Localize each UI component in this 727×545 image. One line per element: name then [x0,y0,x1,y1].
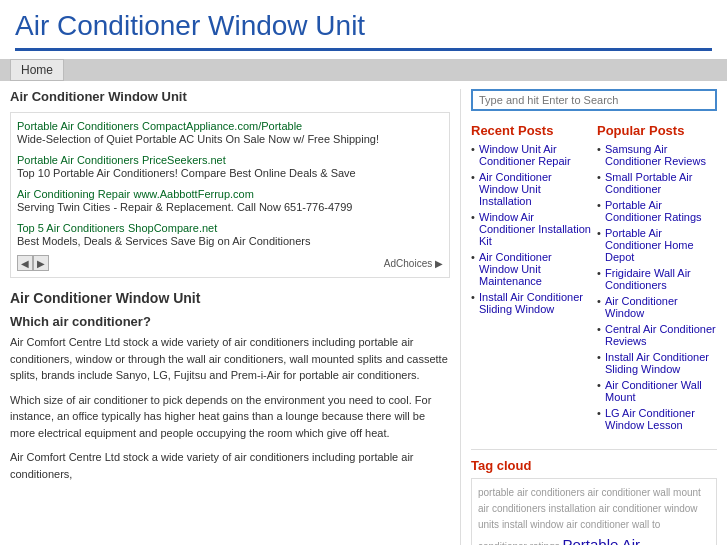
ad-desc-3: Serving Twin Cities - Repair & Replaceme… [17,201,443,213]
ad-box: Portable Air Conditioners CompactApplian… [10,112,450,278]
ad-source-3: www.AabbottFerrup.com [133,188,253,200]
recent-post-5[interactable]: Install Air Conditioner Sliding Window [471,291,591,315]
popular-post-3[interactable]: Portable Air Conditioner Ratings [597,199,717,223]
left-column: Air Conditioner Window Unit Portable Air… [0,89,460,545]
right-posts-cols: Recent Posts Window Unit Air Conditioner… [471,123,717,441]
left-subtitle: Air Conditioner Window Unit [10,89,450,104]
ad-source-2: PriceSeekers.net [142,154,226,166]
search-input[interactable] [471,89,717,111]
page-header: Air Conditioner Window Unit [0,0,727,59]
recent-post-2[interactable]: Air Conditioner Window Unit Installation [471,171,591,207]
ad-next-button[interactable]: ▶ [33,255,49,271]
section1-title: Air Conditioner Window Unit [10,290,450,306]
recent-posts-col: Recent Posts Window Unit Air Conditioner… [471,123,591,441]
ad-choices-label: AdChoices ▶ [384,258,443,269]
ad-item-1: Portable Air Conditioners CompactApplian… [17,119,443,145]
popular-post-6[interactable]: Air Conditioner Window [597,295,717,319]
nav-home[interactable]: Home [10,59,64,81]
popular-post-9[interactable]: Air Conditioner Wall Mount [597,379,717,403]
recent-post-3[interactable]: Window Air Conditioner Installation Kit [471,211,591,247]
ad-link-4[interactable]: Top 5 Air Conditioners ShopCompare.net [17,221,217,235]
divider-1 [471,449,717,450]
recent-posts-list: Window Unit Air Conditioner Repair Air C… [471,143,591,315]
section2-title: Which air conditioner? [10,314,450,329]
nav-bar: Home [0,59,727,81]
recent-post-4[interactable]: Air Conditioner Window Unit Maintenance [471,251,591,287]
popular-posts-title: Popular Posts [597,123,717,138]
ad-desc-2: Top 10 Portable Air Conditioners! Compar… [17,167,443,179]
right-column: Recent Posts Window Unit Air Conditioner… [460,89,727,545]
ad-item-3: Air Conditioning Repair www.AabbottFerru… [17,187,443,213]
ad-desc-4: Best Models, Deals & Services Save Big o… [17,235,443,247]
popular-post-4[interactable]: Portable Air Conditioner Home Depot [597,227,717,263]
ad-item-4: Top 5 Air Conditioners ShopCompare.net B… [17,221,443,247]
ad-item-2: Portable Air Conditioners PriceSeekers.n… [17,153,443,179]
tag-cloud: portable air conditioners air conditione… [471,478,717,545]
ad-link-1[interactable]: Portable Air Conditioners CompactApplian… [17,119,302,133]
recent-posts-title: Recent Posts [471,123,591,138]
popular-post-8[interactable]: Install Air Conditioner Sliding Window [597,351,717,375]
popular-posts-col: Popular Posts Samsung Air Conditioner Re… [597,123,717,441]
body-text-3: Air Comfort Centre Ltd stock a wide vari… [10,449,450,482]
body-text-1: Air Comfort Centre Ltd stock a wide vari… [10,334,450,384]
popular-post-5[interactable]: Frigidaire Wall Air Conditioners [597,267,717,291]
main-content: Air Conditioner Window Unit Portable Air… [0,81,727,545]
tag-cloud-title: Tag cloud [471,458,717,473]
ad-source-1: CompactAppliance.com/Portable [142,120,302,132]
ad-source-4: ShopCompare.net [128,222,217,234]
popular-post-2[interactable]: Small Portable Air Conditioner [597,171,717,195]
ad-prev-button[interactable]: ◀ [17,255,33,271]
ad-controls: ◀ ▶ AdChoices ▶ [17,255,443,271]
ad-desc-1: Wide-Selection of Quiet Portable AC Unit… [17,133,443,145]
ad-link-2[interactable]: Portable Air Conditioners PriceSeekers.n… [17,153,226,167]
popular-post-7[interactable]: Central Air Conditioner Reviews [597,323,717,347]
recent-post-1[interactable]: Window Unit Air Conditioner Repair [471,143,591,167]
ad-link-3[interactable]: Air Conditioning Repair www.AabbottFerru… [17,187,254,201]
body-text-2: Which size of air conditioner to pick de… [10,392,450,442]
popular-post-10[interactable]: LG Air Conditioner Window Lesson [597,407,717,431]
popular-post-1[interactable]: Samsung Air Conditioner Reviews [597,143,717,167]
popular-posts-list: Samsung Air Conditioner Reviews Small Po… [597,143,717,431]
page-title: Air Conditioner Window Unit [15,10,712,51]
